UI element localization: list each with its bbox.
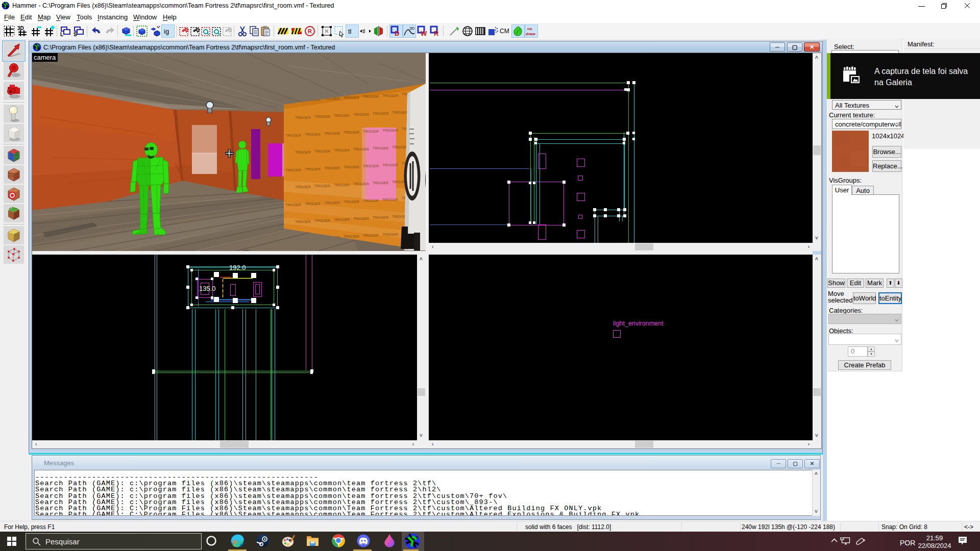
svg-text:TRIGGER: TRIGGER: [344, 200, 359, 204]
svg-text:S: S: [74, 32, 77, 37]
svg-text:TRIGGER: TRIGGER: [363, 199, 379, 203]
svg-text:TRIGGER: TRIGGER: [344, 235, 359, 238]
svg-text:TRIGGER: TRIGGER: [334, 218, 350, 221]
svg-text:draw: draw: [526, 32, 535, 36]
svg-text:tl: tl: [362, 28, 365, 34]
svg-text:ig: ig: [164, 28, 169, 35]
svg-text:TRIGGER: TRIGGER: [344, 131, 359, 134]
svg-text:W: W: [421, 30, 427, 37]
svg-text:TRIGGER: TRIGGER: [353, 113, 369, 116]
svg-text:D: D: [395, 30, 399, 37]
svg-text:TRIGGER: TRIGGER: [314, 149, 330, 153]
svg-text:TRIGGER: TRIGGER: [353, 182, 369, 186]
svg-text:TRIGGER: TRIGGER: [363, 164, 379, 168]
svg-text:TRIGGER: TRIGGER: [324, 166, 340, 170]
svg-text:camera: camera: [34, 54, 56, 61]
svg-text:TRIGGER: TRIGGER: [363, 130, 379, 133]
svg-text:TRIGGER: TRIGGER: [382, 233, 398, 236]
svg-text:135.0: 135.0: [199, 285, 216, 292]
svg-text:TRIGGER: TRIGGER: [382, 94, 398, 97]
svg-text:TRIGGER: TRIGGER: [373, 112, 388, 115]
svg-text:TRIGGER: TRIGGER: [285, 168, 301, 172]
svg-text:TRIGGER: TRIGGER: [324, 132, 340, 135]
svg-text:TRIGGER: TRIGGER: [373, 181, 388, 185]
svg-text:TRIGGER: TRIGGER: [314, 219, 330, 222]
svg-text:CM: CM: [500, 28, 509, 35]
svg-text:TRIGGER: TRIGGER: [295, 220, 311, 223]
svg-text:TRIGGER: TRIGGER: [353, 147, 369, 151]
svg-text:TRIGGER: TRIGGER: [314, 184, 330, 188]
svg-text:TRIGGER: TRIGGER: [334, 148, 350, 152]
svg-text:L: L: [60, 32, 63, 37]
svg-text:TRIGGER: TRIGGER: [295, 151, 311, 154]
svg-text:3D: 3D: [409, 26, 414, 31]
svg-text:TRIGGER: TRIGGER: [373, 216, 388, 219]
svg-text:TRIGGER: TRIGGER: [324, 201, 340, 205]
svg-text:TRIGGER: TRIGGER: [382, 129, 398, 132]
svg-text:TRIGGER: TRIGGER: [305, 167, 321, 171]
svg-text:TRIGGER: TRIGGER: [334, 114, 350, 117]
svg-text:TRIGGER: TRIGGER: [353, 217, 369, 220]
svg-text:TRIGGER: TRIGGER: [334, 183, 350, 187]
svg-text:R: R: [434, 30, 439, 37]
svg-text:TRIGGER: TRIGGER: [314, 115, 330, 118]
svg-text:TRIGGER: TRIGGER: [382, 198, 398, 202]
svg-text:TRIGGER: TRIGGER: [305, 133, 321, 136]
svg-text:TRIGGER: TRIGGER: [363, 234, 379, 237]
svg-text:TRIGGER: TRIGGER: [392, 145, 408, 149]
svg-text:TRIGGER: TRIGGER: [392, 111, 408, 114]
svg-text:TRIGGER: TRIGGER: [305, 202, 321, 206]
svg-text:R: R: [308, 28, 312, 34]
svg-text:TRIGGER: TRIGGER: [382, 163, 398, 167]
svg-text:TRIGGER: TRIGGER: [285, 134, 301, 137]
svg-text:tl: tl: [348, 28, 352, 35]
svg-text:192.0: 192.0: [229, 264, 246, 271]
svg-text:TRIGGER: TRIGGER: [285, 203, 301, 207]
svg-text:TRIGGER: TRIGGER: [344, 96, 359, 99]
svg-text:TRIGGER: TRIGGER: [344, 165, 359, 169]
svg-text:light_environment: light_environment: [613, 320, 664, 327]
svg-text:no: no: [527, 27, 532, 31]
svg-text:TRIGGER: TRIGGER: [295, 185, 311, 189]
svg-text:TRIGGER: TRIGGER: [295, 116, 311, 119]
svg-text:TRIGGER: TRIGGER: [373, 146, 388, 150]
svg-text:TRIGGER: TRIGGER: [363, 95, 379, 98]
